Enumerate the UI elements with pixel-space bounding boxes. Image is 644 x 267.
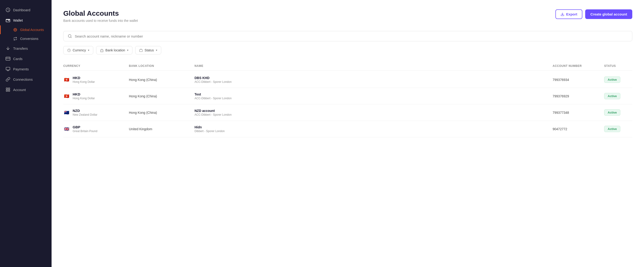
account-sub-4: Dibbert - Sporer London xyxy=(194,130,552,133)
currency-code-4: GBP xyxy=(73,125,97,129)
sidebar-label-transfers: Transfers xyxy=(13,47,28,51)
status-badge-1: Active xyxy=(604,77,620,83)
header-actions: Export Create global account xyxy=(556,10,632,19)
status-cell-1: Active xyxy=(604,77,632,83)
payments-icon xyxy=(6,67,10,71)
sidebar-label-global-accounts: Global Accounts xyxy=(20,28,44,32)
account-name-4: Hidn xyxy=(194,125,552,129)
svg-rect-8 xyxy=(6,67,10,70)
wallet-icon xyxy=(6,18,10,23)
currency-cell-3: 🇳🇿 NZD New Zealand Dollar xyxy=(63,109,129,116)
sidebar-item-connections[interactable]: Connections xyxy=(0,74,52,85)
transfers-icon xyxy=(6,46,10,51)
bank-location-filter-chevron-icon: ▾ xyxy=(127,49,128,52)
currency-filter-label: Currency xyxy=(73,48,86,52)
account-number-3: 799377348 xyxy=(552,111,604,115)
download-icon xyxy=(560,13,564,16)
table-row[interactable]: 🇳🇿 NZD New Zealand Dollar Hong Kong (Chi… xyxy=(63,104,632,121)
sidebar-item-account[interactable]: Account xyxy=(0,85,52,95)
currency-filter-icon xyxy=(67,49,71,52)
account-name-2: Test xyxy=(194,92,552,96)
sidebar-item-payments[interactable]: Payments xyxy=(0,64,52,74)
account-sub-2: ACC-Dibbert - Sporer London xyxy=(194,97,552,100)
currency-filter-chevron-icon: ▾ xyxy=(88,49,89,52)
svg-line-15 xyxy=(70,37,71,38)
currency-code-2: HKD xyxy=(73,92,95,96)
currency-name-1: Hong Kong Dollar xyxy=(73,80,95,84)
account-number-4: 90472772 xyxy=(552,127,604,131)
account-number-2: 799376929 xyxy=(552,94,604,98)
sidebar-item-transfers[interactable]: Transfers xyxy=(0,43,52,54)
flag-gb: 🇬🇧 xyxy=(63,126,70,132)
svg-rect-11 xyxy=(8,90,10,92)
sidebar-item-global-accounts[interactable]: Global Accounts xyxy=(0,25,52,34)
header-currency: CURRENCY xyxy=(63,64,129,68)
table-row[interactable]: 🇬🇧 GBP Great Britain Pound United Kingdo… xyxy=(63,121,632,137)
currency-info-2: HKD Hong Kong Dollar xyxy=(73,92,95,100)
svg-rect-18 xyxy=(100,50,103,52)
bank-location-filter[interactable]: Bank location ▾ xyxy=(96,46,132,55)
sidebar-item-wallet[interactable]: Wallet xyxy=(0,15,52,25)
flag-hk-2: 🇭🇰 xyxy=(63,93,70,100)
create-global-account-button[interactable]: Create global account xyxy=(585,10,632,19)
svg-rect-6 xyxy=(6,57,10,60)
svg-rect-10 xyxy=(8,88,10,89)
sidebar-label-conversions: Conversions xyxy=(20,37,38,41)
status-cell-2: Active xyxy=(604,93,632,99)
currency-filter[interactable]: Currency ▾ xyxy=(63,46,93,55)
status-badge-2: Active xyxy=(604,93,620,99)
table-header: CURRENCY BANK LOCATION NAME ACCOUNT NUMB… xyxy=(63,62,632,71)
main-content: Global Accounts Bank accounts used to re… xyxy=(52,0,644,267)
currency-cell-1: 🇭🇰 HKD Hong Kong Dollar xyxy=(63,76,129,84)
dashboard-icon xyxy=(6,8,10,12)
search-icon xyxy=(68,34,72,38)
bank-location-4: United Kingdom xyxy=(129,127,194,131)
search-bar xyxy=(63,31,632,41)
sidebar-item-cards[interactable]: Cards xyxy=(0,54,52,64)
currency-cell-4: 🇬🇧 GBP Great Britain Pound xyxy=(63,125,129,133)
svg-rect-19 xyxy=(140,50,142,52)
table-row[interactable]: 🇭🇰 HKD Hong Kong Dollar Hong Kong (China… xyxy=(63,88,632,104)
account-icon xyxy=(6,87,10,92)
currency-cell-2: 🇭🇰 HKD Hong Kong Dollar xyxy=(63,92,129,100)
sidebar-label-payments: Payments xyxy=(13,67,29,71)
page-title: Global Accounts xyxy=(63,10,138,17)
flag-hk-1: 🇭🇰 xyxy=(63,77,70,83)
export-label: Export xyxy=(566,12,578,16)
status-filter[interactable]: Status ▾ xyxy=(135,46,161,55)
connections-icon xyxy=(6,77,10,82)
export-button[interactable]: Export xyxy=(556,10,582,19)
status-filter-chevron-icon: ▾ xyxy=(156,49,157,52)
sidebar-label-account: Account xyxy=(13,88,26,92)
conversions-icon xyxy=(13,37,17,41)
status-badge-4: Active xyxy=(604,126,620,132)
header-account-number: ACCOUNT NUMBER xyxy=(552,64,604,68)
currency-code-1: HKD xyxy=(73,76,95,80)
account-name-1: DBS KHD xyxy=(194,76,552,80)
status-cell-4: Active xyxy=(604,126,632,132)
filters: Currency ▾ Bank location ▾ Status ▾ xyxy=(63,46,632,55)
bank-location-filter-label: Bank location xyxy=(106,48,125,52)
sidebar-label-wallet: Wallet xyxy=(13,18,23,22)
status-filter-label: Status xyxy=(144,48,154,52)
account-sub-1: ACC-Dibbert - Sporer London xyxy=(194,80,552,84)
sidebar-item-conversions[interactable]: Conversions xyxy=(0,34,52,43)
sidebar: Dashboard Wallet Global Accounts Convers… xyxy=(0,0,52,267)
svg-rect-12 xyxy=(6,90,8,92)
currency-name-4: Great Britain Pound xyxy=(73,130,97,133)
table-row[interactable]: 🇭🇰 HKD Hong Kong Dollar Hong Kong (China… xyxy=(63,72,632,88)
page-header: Global Accounts Bank accounts used to re… xyxy=(63,10,632,23)
currency-name-3: New Zealand Dollar xyxy=(73,113,97,116)
header-name: NAME xyxy=(194,64,552,68)
page-subtitle: Bank accounts used to receive funds into… xyxy=(63,19,138,23)
search-input[interactable] xyxy=(75,34,628,38)
sidebar-label-dashboard: Dashboard xyxy=(13,8,30,12)
bank-filter-icon xyxy=(100,49,104,52)
name-cell-2: Test ACC-Dibbert - Sporer London xyxy=(194,92,552,100)
sidebar-item-dashboard[interactable]: Dashboard xyxy=(0,5,52,15)
bank-location-3: Hong Kong (China) xyxy=(129,111,194,115)
sidebar-label-connections: Connections xyxy=(13,77,32,81)
account-number-1: 799376934 xyxy=(552,78,604,82)
currency-info-3: NZD New Zealand Dollar xyxy=(73,109,97,116)
flag-nz: 🇳🇿 xyxy=(63,109,70,116)
